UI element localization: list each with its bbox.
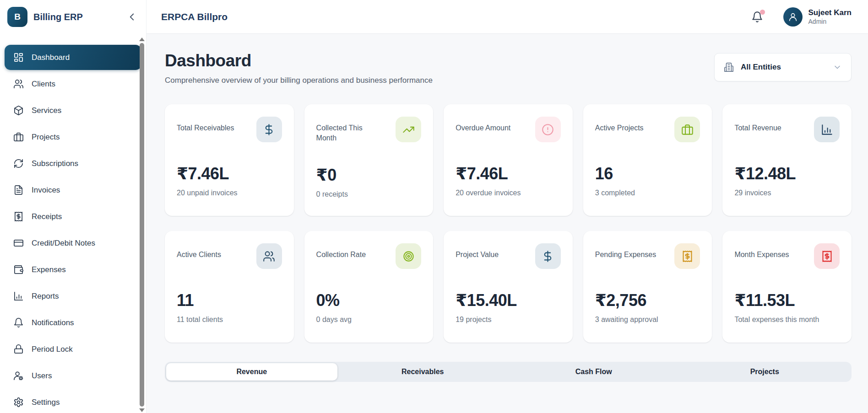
sidebar-item-reports[interactable]: Reports <box>5 284 141 309</box>
sidebar-item-period-lock[interactable]: Period Lock <box>5 337 141 362</box>
credit-card-icon <box>13 238 24 248</box>
sidebar-item-settings[interactable]: Settings <box>5 390 141 413</box>
dollar-icon <box>542 250 554 263</box>
stat-card-total-receivables: Total Receivables ₹7.46L 20 unpaid invoi… <box>165 104 294 216</box>
stat-icon-tile <box>256 117 282 142</box>
alert-circle-icon <box>542 123 554 136</box>
tab-label: Projects <box>750 368 779 376</box>
stat-icon-tile <box>674 243 700 269</box>
tab-label: Revenue <box>236 368 267 376</box>
stat-value: ₹0 <box>316 166 422 185</box>
sidebar-nav: Dashboard Clients Services Projects Subs… <box>0 34 146 413</box>
stat-label: Total Receivables <box>177 117 234 133</box>
stat-label: Total Revenue <box>734 117 781 133</box>
nav-item-label: Clients <box>32 80 55 89</box>
target-icon <box>402 250 415 263</box>
chart-column-icon <box>821 123 833 136</box>
stat-value: 16 <box>595 164 700 183</box>
stat-cards-grid: Total Receivables ₹7.46L 20 unpaid invoi… <box>165 104 852 343</box>
users-icon <box>13 79 24 89</box>
stat-label: Collection Rate <box>316 243 366 260</box>
tab-revenue[interactable]: Revenue <box>166 363 337 381</box>
lock-icon <box>13 344 24 354</box>
entity-filter-dropdown[interactable]: All Entities <box>714 53 852 81</box>
stat-label: Project Value <box>456 243 499 260</box>
stat-card-collection-rate: Collection Rate 0% 0 days avg <box>304 231 434 343</box>
stat-label: Month Expenses <box>734 243 789 260</box>
sidebar-item-notifications[interactable]: Notifications <box>5 310 141 335</box>
header-actions: Sujeet Karn Admin <box>751 7 852 27</box>
briefcase-icon <box>13 132 24 142</box>
sidebar-item-users[interactable]: Users <box>5 363 141 388</box>
stat-card-month-expenses: Month Expenses ₹11.53L Total expenses th… <box>722 231 852 343</box>
entity-filter-value: All Entities <box>741 63 781 72</box>
stat-value: ₹2,756 <box>595 291 700 310</box>
nav-item-label: Users <box>32 371 52 381</box>
avatar <box>783 7 803 27</box>
sidebar-scrollbar[interactable] <box>139 35 145 413</box>
user-cog-icon <box>13 370 24 381</box>
page-title-block: Dashboard Comprehensive overview of your… <box>165 51 433 85</box>
package-icon <box>13 105 24 116</box>
stat-subtext: 29 invoices <box>734 189 840 197</box>
sidebar-item-services[interactable]: Services <box>5 98 141 123</box>
receipt-icon <box>681 250 694 263</box>
stat-icon-tile <box>814 117 840 142</box>
nav-item-label: Dashboard <box>32 53 70 62</box>
stat-value: 0% <box>316 291 422 310</box>
nav-item-label: Reports <box>32 292 59 301</box>
nav-item-label: Projects <box>32 133 60 142</box>
stat-card-active-clients: Active Clients 11 11 total clients <box>165 231 294 343</box>
scrollbar-down-arrow[interactable] <box>139 408 145 412</box>
tab-projects[interactable]: Projects <box>679 363 851 381</box>
sidebar-item-invoices[interactable]: Invoices <box>5 177 141 203</box>
stat-icon-tile <box>535 117 561 142</box>
stat-value: 11 <box>177 291 282 310</box>
sidebar-item-credit-debit-notes[interactable]: Credit/Debit Notes <box>5 231 141 256</box>
stat-card-total-revenue: Total Revenue ₹12.48L 29 invoices <box>722 104 852 216</box>
chevron-down-icon <box>833 63 842 72</box>
tab-cash-flow[interactable]: Cash Flow <box>508 363 679 381</box>
user-name: Sujeet Karn <box>808 8 852 17</box>
stat-icon-tile <box>256 243 282 269</box>
stat-subtext: Total expenses this month <box>734 316 840 324</box>
wallet-icon <box>13 264 24 275</box>
notifications-bell-button[interactable] <box>751 11 763 23</box>
settings-icon <box>13 397 24 408</box>
nav-item-label: Period Lock <box>32 345 73 354</box>
stat-subtext: 0 receipts <box>316 190 422 198</box>
scrollbar-up-arrow[interactable] <box>139 38 145 41</box>
sidebar-item-receipts[interactable]: Receipts <box>5 204 141 229</box>
receipt-icon <box>13 211 24 222</box>
page-head: Dashboard Comprehensive overview of your… <box>165 51 852 85</box>
stat-subtext: 3 completed <box>595 189 700 197</box>
chart-tabs: Revenue Receivables Cash Flow Projects <box>165 362 852 382</box>
sidebar-item-dashboard[interactable]: Dashboard <box>5 45 141 70</box>
tab-label: Receivables <box>401 368 444 376</box>
users-icon <box>263 250 275 263</box>
receipt-icon <box>821 250 833 263</box>
stat-label: Active Projects <box>595 117 644 133</box>
tab-receivables[interactable]: Receivables <box>337 363 509 381</box>
nav-item-label: Subscriptions <box>32 159 78 168</box>
sidebar-item-subscriptions[interactable]: Subscriptions <box>5 151 141 176</box>
stat-label: Pending Expenses <box>595 243 656 260</box>
nav-item-label: Invoices <box>32 186 60 195</box>
user-info: Sujeet Karn Admin <box>808 8 852 25</box>
app-logo: B <box>7 7 27 27</box>
page-subtitle: Comprehensive overview of your billing o… <box>165 76 433 85</box>
sidebar-item-expenses[interactable]: Expenses <box>5 257 141 282</box>
stat-card-active-projects: Active Projects 16 3 completed <box>583 104 712 216</box>
user-menu[interactable]: Sujeet Karn Admin <box>783 7 852 27</box>
dashboard-content: Dashboard Comprehensive overview of your… <box>146 34 868 413</box>
stat-label: Collected This Month <box>316 117 380 144</box>
user-role: Admin <box>808 18 852 25</box>
app-name: Billing ERP <box>33 12 83 22</box>
page-title: Dashboard <box>165 51 433 70</box>
sidebar-collapse-button[interactable] <box>126 11 138 23</box>
sidebar-item-clients[interactable]: Clients <box>5 71 141 97</box>
stat-subtext: 0 days avg <box>316 316 422 324</box>
stat-value: ₹11.53L <box>734 291 840 310</box>
sidebar-item-projects[interactable]: Projects <box>5 124 141 150</box>
scrollbar-thumb[interactable] <box>140 43 144 407</box>
